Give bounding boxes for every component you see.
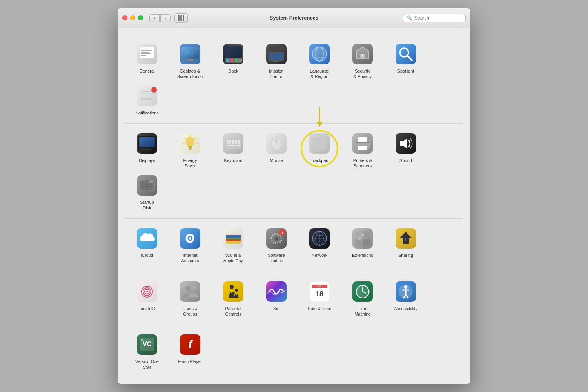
pref-item-sharing[interactable]: ↑ Sharing [384,224,427,266]
pref-label-versioncue: Version CueCS4 [135,359,159,370]
minimize-button[interactable] [130,15,135,20]
pref-label-timemachine: TimeMachine [354,306,371,317]
pref-item-icloud[interactable]: iCloud [125,224,169,266]
svg-rect-118 [226,235,241,238]
pref-item-sound[interactable]: Sound [384,129,427,171]
svg-rect-31 [240,59,242,62]
svg-rect-22 [189,50,193,54]
svg-rect-55 [141,96,150,97]
pref-item-spotlight[interactable]: Spotlight [384,40,427,82]
pref-item-internet[interactable]: InternetAccounts [169,224,212,266]
svg-rect-0 [178,15,180,17]
pref-item-wallet[interactable]: Wallet &Apple Pay [212,224,255,266]
icon-startup [135,174,159,197]
pref-item-keyboard[interactable]: Keyboard [212,129,255,171]
svg-rect-23 [187,59,193,60]
pref-item-dock[interactable]: Dock [212,40,255,82]
pref-item-software[interactable]: 1 SoftwareUpdate [255,224,298,266]
pref-item-general[interactable]: General [125,40,169,82]
svg-rect-117 [226,239,241,241]
pref-item-mouse[interactable]: Mouse [255,129,298,171]
svg-rect-3 [178,17,180,19]
pref-label-security: Security& Privacy [354,68,372,80]
svg-point-113 [189,237,191,240]
svg-rect-4 [180,17,182,19]
pref-label-touchid: Touch ID [138,306,155,311]
svg-rect-83 [232,142,234,144]
svg-rect-34 [269,46,276,51]
preferences-content: General [118,28,470,384]
svg-rect-37 [269,53,283,60]
pref-item-energy[interactable]: EnergySaver [169,129,212,171]
titlebar: ‹ › System Preferences 🔍 [118,8,470,28]
pref-label-siri: Siri [273,306,279,311]
pref-item-displays[interactable]: Displays [125,129,169,171]
pref-item-desktop[interactable]: Desktop &Screen Saver [169,40,212,82]
pref-item-extensions[interactable]: Extensions [341,224,384,266]
svg-point-147 [185,286,191,291]
svg-rect-27 [226,59,229,62]
icon-mouse [265,132,288,155]
icon-network [308,227,331,250]
svg-rect-82 [229,142,231,144]
svg-rect-57 [141,101,151,102]
icon-desktop [178,42,202,66]
icon-users [178,280,202,303]
pref-item-startup[interactable]: StartupDisk [125,171,169,213]
close-button[interactable] [122,15,127,20]
svg-rect-135 [356,239,363,246]
nav-buttons: ‹ › [149,14,171,22]
pref-item-network[interactable]: Network [298,224,341,266]
section-hardware: Displays [125,124,463,219]
pref-label-general: General [139,68,154,74]
pref-item-users[interactable]: Users &Groups [169,278,212,319]
svg-point-137 [361,233,364,236]
svg-point-138 [358,237,361,240]
svg-rect-29 [235,59,238,62]
search-input[interactable] [414,15,461,21]
svg-rect-68 [189,149,191,150]
pref-item-security[interactable]: Security& Privacy [341,40,384,82]
pref-item-notifications[interactable]: Notifications [125,82,169,118]
pref-label-mission: MissionControl [269,68,283,80]
maximize-button[interactable] [138,15,143,20]
pref-label-accessibility: Accessibility [394,306,417,311]
pref-item-printers[interactable]: Printers &Scanners [341,129,384,171]
back-button[interactable]: ‹ [149,14,160,22]
forward-button[interactable]: › [160,14,171,22]
svg-text:↑: ↑ [405,236,407,242]
svg-rect-134 [363,231,370,238]
icon-printers [351,132,374,155]
pref-label-software: SoftwareUpdate [268,252,285,264]
icon-notifications [135,84,159,108]
svg-rect-13 [141,52,149,53]
svg-rect-48 [362,55,363,57]
icon-timemachine [351,280,374,303]
svg-point-167 [404,285,407,289]
grid-view-button[interactable] [174,13,188,23]
pref-item-mission[interactable]: MissionControl [255,40,298,82]
pref-label-sound: Sound [399,158,412,163]
svg-rect-63 [142,150,152,151]
pref-label-spotlight: Spotlight [397,68,414,74]
pref-label-dock: Dock [228,68,238,74]
svg-rect-67 [189,147,192,149]
pref-item-trackpad[interactable]: Trackpad [298,129,341,171]
pref-item-language[interactable]: Language& Region [298,40,341,82]
svg-rect-119 [226,234,241,235]
pref-item-datetime[interactable]: 18 JUL Date & Time [298,278,341,319]
pref-item-siri[interactable]: Siri [255,278,298,319]
pref-label-flash: Flash Player [178,359,202,364]
search-box[interactable]: 🔍 [403,14,466,22]
svg-point-150 [230,285,234,289]
pref-item-flash[interactable]: f Flash Player [169,330,212,372]
pref-item-parental[interactable]: ParentalControls [212,278,255,319]
svg-rect-49 [396,44,416,64]
icon-trackpad-main [308,132,331,155]
pref-item-versioncue[interactable]: VC Version CueCS4 [125,330,169,372]
pref-item-timemachine[interactable]: TimeMachine [341,278,384,319]
pref-item-touchid[interactable]: Touch ID [125,278,169,319]
icon-internet [178,227,202,250]
icon-sound [394,132,417,155]
pref-item-accessibility[interactable]: Accessibility [384,278,427,319]
